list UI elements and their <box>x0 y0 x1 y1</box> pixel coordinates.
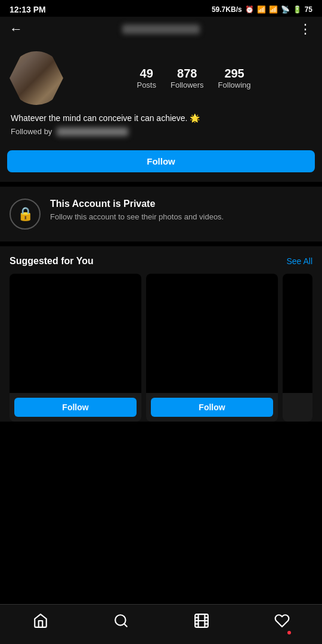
private-description: Follow this account to see their photos … <box>50 212 224 222</box>
network-speed: 59.7KB/s <box>212 5 242 14</box>
status-bar: 12:13 PM 59.7KB/s ⏰ 📶 📶 📡 🔋 75 <box>0 0 322 17</box>
bottom-nav <box>0 604 322 644</box>
wifi-icon2: 📡 <box>281 5 290 14</box>
alarm-icon: ⏰ <box>245 5 254 14</box>
top-nav: ← ⋮ <box>0 17 322 42</box>
followers-stat[interactable]: 878 Followers <box>171 67 204 89</box>
suggested-cards: Follow Follow <box>10 274 312 422</box>
card-image-1 <box>10 274 141 393</box>
follow-btn-container: Follow <box>0 143 322 182</box>
battery-icon: 🔋 <box>293 5 302 14</box>
avatar-image <box>10 51 63 105</box>
wifi-icon: 📶 <box>269 5 278 14</box>
profile-header: 49 Posts 878 Followers 295 Following <box>10 51 312 105</box>
following-stat[interactable]: 295 Following <box>218 67 251 89</box>
heart-nav-button[interactable] <box>274 613 290 632</box>
card-image-3 <box>283 274 312 393</box>
followers-label: Followers <box>171 80 204 89</box>
private-text: This Account is Private Follow this acco… <box>50 199 224 222</box>
suggested-title: Suggested for You <box>10 256 94 267</box>
followers-count: 878 <box>177 67 197 80</box>
profile-section: 49 Posts 878 Followers 295 Following Wha… <box>0 42 322 143</box>
followed-by-prefix: Followed by <box>11 127 52 136</box>
posts-stat: 49 Posts <box>137 67 156 89</box>
suggested-follow-button-2[interactable]: Follow <box>151 398 273 417</box>
reels-nav-button[interactable] <box>194 613 209 632</box>
posts-label: Posts <box>137 80 156 89</box>
bio-section: Whatever the mind can conceive it can ac… <box>10 112 312 136</box>
follow-button[interactable]: Follow <box>7 150 315 172</box>
suggested-card-2: Follow <box>146 274 278 422</box>
following-count: 295 <box>224 67 244 80</box>
home-nav-button[interactable] <box>33 613 48 632</box>
more-button[interactable]: ⋮ <box>299 21 312 37</box>
suggested-section: Suggested for You See All Follow Follow <box>0 246 322 422</box>
avatar <box>10 51 63 105</box>
svg-line-1 <box>124 624 127 627</box>
stats-container: 49 Posts 878 Followers 295 Following <box>75 67 312 89</box>
lock-icon: 🔒 <box>17 206 33 222</box>
following-label: Following <box>218 80 251 89</box>
suggested-header: Suggested for You See All <box>10 256 312 267</box>
username-blurred <box>122 24 200 34</box>
posts-count: 49 <box>140 67 153 80</box>
see-all-button[interactable]: See All <box>286 256 312 266</box>
suggested-card-3 <box>283 274 312 422</box>
followed-by: Followed by <box>11 127 311 136</box>
back-button[interactable]: ← <box>10 21 23 37</box>
suggested-follow-button-1[interactable]: Follow <box>14 398 137 417</box>
lock-icon-container: 🔒 <box>10 199 41 230</box>
signal-icon: 📶 <box>257 5 266 14</box>
status-icons: 59.7KB/s ⏰ 📶 📶 📡 🔋 75 <box>212 5 312 14</box>
suggested-card-1: Follow <box>10 274 141 422</box>
private-account-section: 🔒 This Account is Private Follow this ac… <box>0 187 322 242</box>
notification-dot <box>287 631 291 634</box>
nav-center <box>122 24 200 34</box>
private-title: This Account is Private <box>50 199 224 209</box>
followed-by-name <box>57 128 128 136</box>
search-nav-button[interactable] <box>113 613 129 632</box>
bio-text: Whatever the mind can conceive it can ac… <box>11 113 200 123</box>
card-image-2 <box>146 274 278 393</box>
battery-level: 75 <box>305 5 312 14</box>
status-time: 12:13 PM <box>10 5 46 14</box>
